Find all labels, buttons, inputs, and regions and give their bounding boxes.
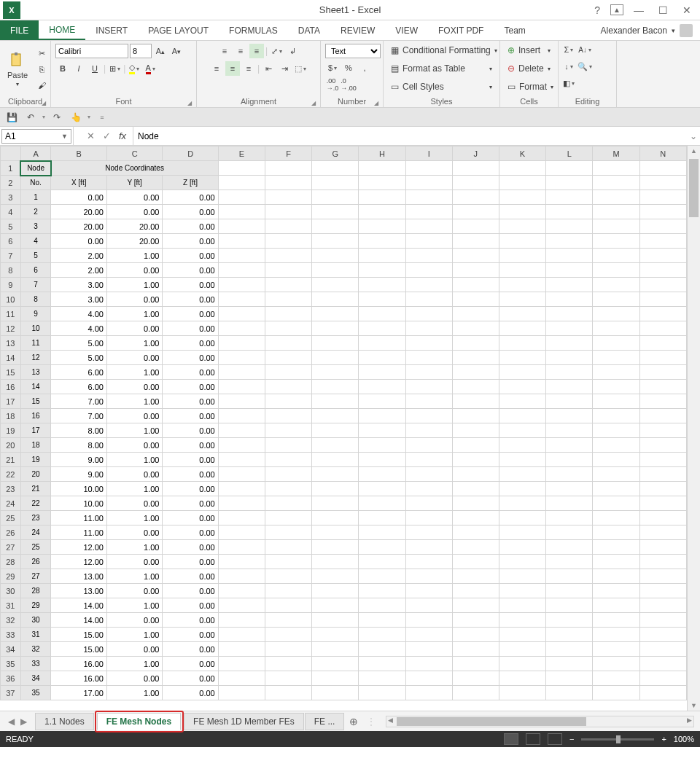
cell[interactable] [359,292,405,307]
cell[interactable] [639,249,686,263]
cell[interactable] [312,307,359,321]
cell[interactable]: 13.00 [51,569,107,584]
cell[interactable] [639,540,686,555]
cell[interactable] [312,453,359,467]
cell[interactable] [593,482,639,496]
cell[interactable] [499,336,545,351]
cell[interactable] [593,380,639,394]
cell[interactable] [546,409,593,423]
cell[interactable]: 11.00 [51,525,107,540]
cell[interactable]: 0.00 [106,263,163,278]
cell[interactable]: 0.00 [163,511,218,525]
sheet-tab[interactable]: FE Mesh 1D Member FEs [184,713,304,730]
cell[interactable] [265,249,311,263]
cell[interactable] [265,628,311,642]
row-header[interactable]: 33 [1,628,21,642]
cell[interactable]: 9.00 [51,467,107,482]
cell[interactable] [499,496,545,511]
cell[interactable] [312,161,359,176]
touch-mode-button[interactable]: 👆 [69,110,83,125]
cell[interactable] [405,686,452,700]
cell[interactable]: 14.00 [51,598,107,613]
cell[interactable] [593,365,639,380]
cell[interactable] [359,467,405,482]
cell[interactable] [499,380,545,394]
cell[interactable] [452,394,499,409]
cell[interactable] [405,380,452,394]
cell[interactable] [452,336,499,351]
cell[interactable] [546,176,593,190]
cell[interactable] [359,234,405,249]
cell[interactable]: 0.00 [163,336,218,351]
cell[interactable] [593,205,639,219]
cell[interactable] [218,555,265,569]
cell[interactable] [405,161,452,176]
column-header[interactable]: F [265,146,311,161]
italic-button[interactable]: I [71,61,86,76]
cell[interactable] [312,321,359,336]
cell[interactable]: 1.00 [106,569,163,584]
increase-font-button[interactable]: A▴ [153,44,168,58]
cell[interactable] [359,161,405,176]
cell[interactable]: 0.00 [163,278,218,292]
increase-decimal-button[interactable]: .00→.0 [325,77,340,92]
cell[interactable]: 26 [20,555,51,569]
cell[interactable] [359,628,405,642]
cell[interactable]: 7 [20,278,51,292]
autosum-button[interactable]: Σ [561,42,576,57]
underline-button[interactable]: U [88,61,102,76]
cell[interactable] [499,598,545,613]
cell[interactable] [218,657,265,671]
cell[interactable]: 0.00 [163,671,218,686]
cell[interactable]: 0.00 [163,423,218,438]
cell[interactable] [218,161,265,176]
cell[interactable] [405,307,452,321]
cell[interactable]: 7.00 [51,409,107,423]
row-header[interactable]: 6 [1,234,21,249]
cell[interactable] [359,278,405,292]
cell[interactable]: 13.00 [51,584,107,598]
cell[interactable] [218,365,265,380]
cell[interactable] [546,642,593,657]
cell[interactable]: Node [20,161,51,176]
cell[interactable] [405,628,452,642]
cell[interactable] [452,569,499,584]
row-header[interactable]: 10 [1,292,21,307]
cell[interactable]: 20 [20,467,51,482]
cell[interactable] [546,205,593,219]
cell[interactable] [405,409,452,423]
font-name-input[interactable] [55,44,128,58]
cell[interactable] [218,453,265,467]
cell[interactable]: 13 [20,365,51,380]
cell[interactable] [452,365,499,380]
qat-customize-button[interactable]: ≡ [95,110,109,125]
column-header[interactable]: L [546,146,593,161]
cell[interactable] [359,365,405,380]
cell[interactable] [593,555,639,569]
cell[interactable]: 10.00 [51,496,107,511]
cell[interactable]: 24 [20,525,51,540]
cell[interactable]: 1 [20,190,51,205]
cell[interactable]: 5 [20,249,51,263]
cell[interactable] [265,234,311,249]
cell[interactable] [452,657,499,671]
cell[interactable]: 1.00 [106,511,163,525]
cell[interactable] [312,496,359,511]
column-header[interactable]: I [405,146,452,161]
cell[interactable]: Y [ft] [106,176,163,190]
undo-button[interactable]: ↶ [23,110,38,125]
cell[interactable] [405,234,452,249]
cell[interactable] [546,540,593,555]
conditional-formatting-button[interactable]: ▦Conditional Formatting▾ [386,42,497,58]
cell[interactable]: 0.00 [163,438,218,453]
cell[interactable] [499,467,545,482]
ribbon-display-icon[interactable]: ▲ [610,4,623,15]
cell[interactable]: 1.00 [106,394,163,409]
cell[interactable] [405,438,452,453]
maximize-icon[interactable]: ☐ [654,3,672,17]
cell[interactable] [218,351,265,365]
cell[interactable] [546,307,593,321]
cell[interactable] [452,205,499,219]
cell[interactable] [312,511,359,525]
column-header[interactable]: J [452,146,499,161]
